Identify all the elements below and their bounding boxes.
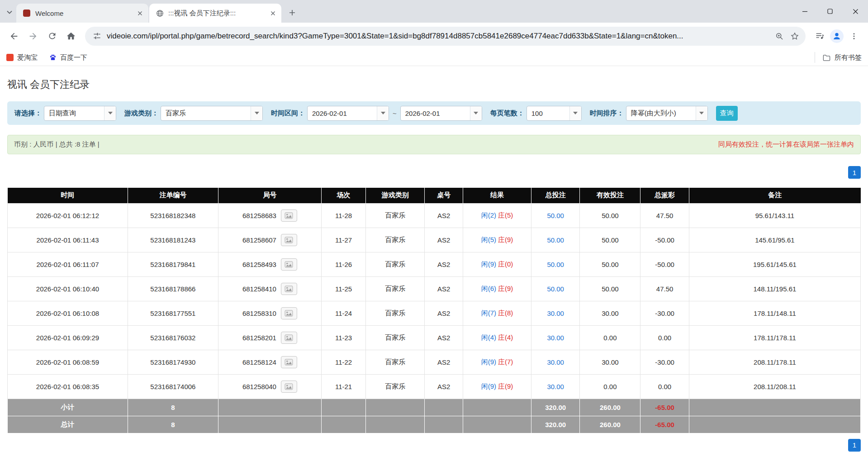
result-banker: 庄(4) bbox=[498, 333, 513, 341]
back-button[interactable] bbox=[5, 28, 23, 45]
round-number: 681258493 bbox=[242, 261, 276, 268]
pagination-page-button[interactable]: 1 bbox=[848, 166, 861, 179]
col-header-round: 局号 bbox=[218, 188, 321, 203]
pagination-page-button[interactable]: 1 bbox=[848, 439, 861, 452]
view-roadmap-button[interactable] bbox=[281, 258, 297, 271]
result-banker: 庄(8) bbox=[498, 309, 513, 317]
forward-button[interactable] bbox=[24, 28, 42, 45]
zoom-icon[interactable] bbox=[774, 31, 785, 42]
tab-close-icon[interactable] bbox=[135, 8, 145, 18]
browser-tab-welcome[interactable]: Welcome bbox=[16, 4, 148, 23]
cell-game-type: 百家乐 bbox=[366, 203, 425, 228]
cell-bet-id: 523168177551 bbox=[128, 301, 218, 325]
table-row: 2026-02-01 06:12:12 523168182348 6812586… bbox=[8, 203, 861, 228]
cell-time: 2026-02-01 06:10:40 bbox=[8, 276, 128, 301]
result-banker: 庄(5) bbox=[498, 211, 513, 219]
chevron-down-icon[interactable] bbox=[569, 106, 581, 120]
cell-time: 2026-02-01 06:11:43 bbox=[8, 228, 128, 252]
bookmark-baidu[interactable]: 百度一下 bbox=[49, 53, 87, 62]
cell-table-no: AS2 bbox=[425, 203, 463, 228]
view-roadmap-button[interactable] bbox=[281, 381, 297, 393]
col-header-valid-bet: 有效投注 bbox=[580, 188, 640, 203]
cell-valid-bet: 50.00 bbox=[580, 228, 640, 252]
home-button[interactable] bbox=[62, 28, 80, 45]
view-roadmap-button[interactable] bbox=[281, 356, 297, 368]
close-button[interactable] bbox=[843, 0, 868, 23]
cell-table-no: AS2 bbox=[425, 301, 463, 325]
cell-result: 闲(6)庄(9) bbox=[463, 276, 531, 301]
search-button[interactable]: 查询 bbox=[716, 106, 738, 121]
sort-order-select[interactable]: 降幂(由大到小) bbox=[626, 106, 708, 121]
view-roadmap-button[interactable] bbox=[281, 283, 297, 295]
cell-total-bet: 30.00 bbox=[531, 350, 580, 374]
chevron-down-icon[interactable] bbox=[696, 106, 707, 120]
browser-menu-button[interactable] bbox=[845, 28, 863, 45]
cell-bet-id: 523168174006 bbox=[128, 374, 218, 399]
site-settings-icon[interactable] bbox=[91, 31, 102, 42]
tab-close-icon[interactable] bbox=[268, 8, 278, 18]
game-type-select[interactable]: 百家乐 bbox=[161, 106, 263, 121]
new-tab-button[interactable] bbox=[285, 5, 299, 20]
media-controls-button[interactable] bbox=[811, 28, 828, 45]
tab-title: :::视讯 会员下注纪录::: bbox=[168, 9, 263, 18]
cell-session: 11-23 bbox=[322, 325, 366, 350]
result-player: 闲(9) bbox=[481, 358, 496, 366]
col-header-remark: 备注 bbox=[689, 188, 860, 203]
cell-payout: -50.00 bbox=[640, 228, 689, 252]
date-to-select[interactable]: 2026-02-01 bbox=[400, 106, 482, 121]
cell-session: 11-28 bbox=[322, 203, 366, 228]
minimize-button[interactable] bbox=[792, 0, 817, 23]
total-bet-link[interactable]: 50.00 bbox=[547, 212, 564, 219]
url-bar[interactable]: videoie.com/ipl/portal.php/game/betrecor… bbox=[85, 27, 806, 46]
browser-tab-betrecord[interactable]: :::视讯 会员下注纪录::: bbox=[149, 4, 281, 23]
date-from-select[interactable]: 2026-02-01 bbox=[307, 106, 389, 121]
cell-valid-bet: 30.00 bbox=[580, 301, 640, 325]
chevron-down-icon[interactable] bbox=[470, 106, 482, 120]
result-player: 闲(9) bbox=[481, 382, 496, 390]
total-bet-link[interactable]: 30.00 bbox=[547, 309, 564, 317]
cell-time: 2026-02-01 06:08:59 bbox=[8, 350, 128, 374]
profile-avatar[interactable] bbox=[830, 29, 844, 43]
table-row: 2026-02-01 06:08:59 523168174930 6812581… bbox=[8, 350, 861, 374]
cell-round: 681258683 bbox=[218, 203, 321, 228]
col-header-table-no: 桌号 bbox=[425, 188, 463, 203]
window-controls bbox=[792, 0, 868, 23]
view-roadmap-button[interactable] bbox=[281, 234, 297, 246]
cell-payout: 47.50 bbox=[640, 276, 689, 301]
maximize-button[interactable] bbox=[817, 0, 843, 23]
round-number: 681258410 bbox=[242, 285, 276, 293]
chevron-down-icon bbox=[6, 9, 13, 15]
total-bet-link[interactable]: 50.00 bbox=[547, 285, 564, 293]
bookmark-star-icon[interactable] bbox=[789, 31, 800, 42]
cell-round: 681258607 bbox=[218, 228, 321, 252]
view-roadmap-button[interactable] bbox=[281, 209, 297, 222]
view-roadmap-button[interactable] bbox=[281, 307, 297, 319]
cell-session: 11-25 bbox=[322, 276, 366, 301]
cell-round: 681258040 bbox=[218, 374, 321, 399]
all-bookmarks-button[interactable]: 所有书签 bbox=[815, 52, 862, 63]
roadmap-icon bbox=[285, 334, 293, 341]
bookmark-aitaobao[interactable]: 爱淘宝 bbox=[6, 53, 38, 62]
chevron-down-icon[interactable] bbox=[251, 106, 262, 120]
total-bet-link[interactable]: 30.00 bbox=[547, 334, 564, 342]
round-number: 681258124 bbox=[242, 358, 276, 366]
taobao-favicon-icon bbox=[6, 54, 14, 61]
refresh-button[interactable] bbox=[43, 28, 61, 45]
view-roadmap-button[interactable] bbox=[281, 332, 297, 344]
cell-total-bet: 50.00 bbox=[531, 276, 580, 301]
per-page-select[interactable]: 100 bbox=[526, 106, 582, 121]
url-text[interactable]: videoie.com/ipl/portal.php/game/betrecor… bbox=[107, 32, 769, 41]
total-bet-link[interactable]: 30.00 bbox=[547, 358, 564, 366]
chevron-down-icon[interactable] bbox=[104, 106, 116, 120]
chevron-down-icon[interactable] bbox=[377, 106, 389, 120]
forward-arrow-icon bbox=[28, 31, 38, 41]
tab-overview-button[interactable] bbox=[3, 5, 16, 20]
cell-table-no: AS2 bbox=[425, 252, 463, 276]
total-bet-link[interactable]: 30.00 bbox=[547, 383, 564, 390]
game-type-label: 游戏类别： bbox=[124, 109, 158, 118]
query-type-select[interactable]: 日期查询 bbox=[44, 106, 116, 121]
cell-payout: 47.50 bbox=[640, 203, 689, 228]
total-bet-link[interactable]: 50.00 bbox=[547, 261, 564, 268]
total-bet-link[interactable]: 50.00 bbox=[547, 236, 564, 244]
cell-game-type: 百家乐 bbox=[366, 228, 425, 252]
